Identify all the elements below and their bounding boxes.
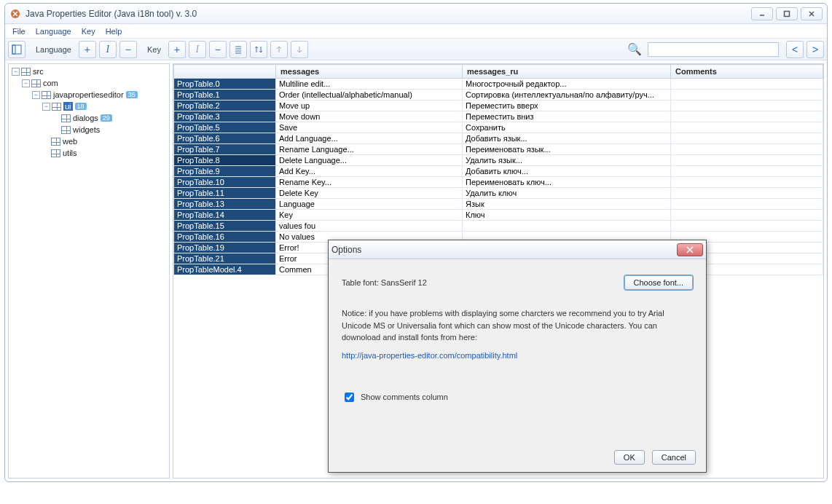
choose-font-button[interactable]: Choose font... (624, 275, 694, 290)
compatibility-link[interactable]: http://java-properties-editor.com/compat… (342, 351, 693, 360)
options-dialog: Options Table font: SansSerif 12 Choose … (328, 240, 707, 473)
cancel-button[interactable]: Cancel (652, 450, 696, 465)
ok-button[interactable]: OK (614, 450, 645, 465)
dialog-title: Options (331, 245, 361, 255)
show-comments-label: Show comments column (361, 393, 448, 401)
font-label: Table font: SansSerif 12 (342, 278, 427, 287)
show-comments-input[interactable] (345, 393, 354, 402)
show-comments-checkbox[interactable]: Show comments column (342, 390, 693, 404)
dialog-titlebar: Options (329, 240, 706, 259)
dialog-overlay: Options Table font: SansSerif 12 Choose … (0, 0, 832, 504)
dialog-close-button[interactable] (677, 243, 703, 256)
dialog-notice-text: Notice: if you have problems with displa… (342, 307, 693, 344)
